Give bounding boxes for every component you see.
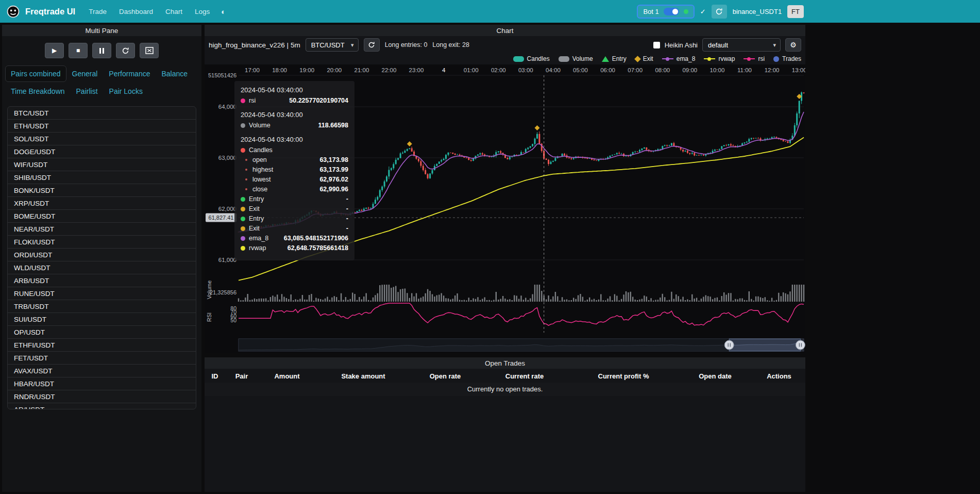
- bot-check-icon[interactable]: ✓: [700, 8, 706, 15]
- series-dot-icon: [245, 188, 247, 190]
- legend-item-exit[interactable]: Exit: [635, 55, 653, 62]
- user-avatar[interactable]: FT: [787, 5, 804, 18]
- tab-time-breakdown[interactable]: Time Breakdown: [5, 83, 71, 100]
- datazoom-handle-left[interactable]: [724, 340, 734, 350]
- svg-text:19:00: 19:00: [299, 67, 314, 73]
- tooltip-row: ema_863,085.948152171906: [241, 234, 348, 242]
- pair-list-item[interactable]: TRB/USDT: [8, 300, 196, 313]
- bot-selector[interactable]: Bot 1: [637, 5, 694, 19]
- pair-select[interactable]: BTC/USDT ▾: [306, 38, 359, 52]
- bot-toggle[interactable]: [664, 8, 679, 15]
- series-dot-icon: [241, 226, 245, 231]
- brand[interactable]: Freqtrade UI: [6, 5, 75, 19]
- pair-list-item[interactable]: BOME/USDT: [8, 210, 196, 223]
- plot-settings-button[interactable]: ⚙: [785, 38, 801, 52]
- svg-text:03:00: 03:00: [518, 67, 533, 73]
- column-header-current-profit-[interactable]: Current profit %: [569, 369, 678, 383]
- long-exits-label: Long exit: 28: [432, 41, 469, 48]
- reload-config-button[interactable]: [116, 43, 135, 58]
- pair-list-item[interactable]: AR/USDT: [8, 403, 196, 409]
- start-bot-button[interactable]: ▶: [45, 43, 64, 58]
- tab-pair-locks[interactable]: Pair Locks: [104, 83, 148, 100]
- tab-pairlist[interactable]: Pairlist: [71, 83, 104, 100]
- svg-text:11:00: 11:00: [737, 67, 752, 73]
- multi-pane-header: Multi Pane: [2, 25, 201, 36]
- nav-item-trade[interactable]: Trade: [89, 8, 107, 15]
- heikin-ashi-label: Heikin Ashi: [665, 41, 698, 49]
- datazoom-window[interactable]: [729, 339, 800, 351]
- legend-item-entry[interactable]: Entry: [602, 55, 627, 62]
- tab-general[interactable]: General: [66, 65, 104, 82]
- refresh-icon: [122, 47, 129, 55]
- legend-item-ema_8[interactable]: ema_8: [662, 55, 696, 62]
- stop-bot-button[interactable]: ■: [69, 43, 88, 58]
- chart-toolbar-right: Heikin Ashi default ▾ ⚙: [653, 38, 801, 52]
- pair-list-item[interactable]: XRP/USDT: [8, 197, 196, 210]
- navbar: Freqtrade UI TradeDashboardChartLogs ◐ B…: [0, 0, 980, 23]
- pause-bot-button[interactable]: [92, 43, 111, 58]
- tab-balance[interactable]: Balance: [156, 65, 193, 82]
- svg-text:10:00: 10:00: [710, 67, 725, 73]
- forceexit-button[interactable]: [140, 43, 159, 58]
- datazoom-handle-right[interactable]: [796, 340, 805, 350]
- right-column: Chart high_frog_binance_v226 | 5m BTC/US…: [205, 25, 805, 492]
- exchange-account-label: binance_USDT1: [733, 8, 782, 15]
- pair-list-item[interactable]: SOL/USDT: [8, 133, 196, 145]
- column-header-id[interactable]: ID: [205, 369, 225, 383]
- plot-config-select[interactable]: default ▾: [702, 38, 781, 52]
- legend-item-trades[interactable]: Trades: [773, 55, 801, 62]
- pair-list-item[interactable]: SUI/USDT: [8, 313, 196, 326]
- nav-item-dashboard[interactable]: Dashboard: [119, 8, 153, 15]
- reload-bot-button[interactable]: [712, 5, 727, 19]
- pair-list-item[interactable]: ETHFI/USDT: [8, 339, 196, 352]
- pair-list-item[interactable]: ARB/USDT: [8, 274, 196, 287]
- column-header-open-date[interactable]: Open date: [678, 369, 753, 383]
- pair-list: BTC/USDTETH/USDTSOL/USDTDOGE/USDTWIF/USD…: [7, 106, 196, 409]
- pair-list-item[interactable]: FET/USDT: [8, 352, 196, 365]
- chart-reload-button[interactable]: [364, 38, 380, 52]
- column-header-amount[interactable]: Amount: [258, 369, 316, 383]
- pair-list-item[interactable]: BTC/USDT: [8, 107, 196, 120]
- pause-icon: [99, 48, 104, 54]
- pair-list-item[interactable]: WLD/USDT: [8, 261, 196, 274]
- svg-text:18:00: 18:00: [272, 67, 287, 73]
- pair-list-item[interactable]: NEAR/USDT: [8, 223, 196, 236]
- column-header-actions[interactable]: Actions: [753, 369, 805, 383]
- series-dot-icon: [245, 159, 247, 161]
- tab-pairs-combined[interactable]: Pairs combined: [5, 65, 66, 82]
- pair-list-item[interactable]: SHIB/USDT: [8, 171, 196, 184]
- pair-list-item[interactable]: AVAX/USDT: [8, 365, 196, 377]
- pair-list-item[interactable]: BONK/USDT: [8, 184, 196, 197]
- svg-text:17:00: 17:00: [245, 67, 260, 73]
- nav-item-chart[interactable]: Chart: [165, 8, 182, 15]
- tab-performance[interactable]: Performance: [103, 65, 156, 82]
- legend-item-volume[interactable]: Volume: [559, 55, 593, 62]
- pair-list-item[interactable]: FLOKI/USDT: [8, 236, 196, 249]
- open-trades-title: Open Trades: [485, 359, 525, 367]
- column-header-pair[interactable]: Pair: [225, 369, 258, 383]
- column-header-stake-amount[interactable]: Stake amount: [316, 369, 411, 383]
- pair-list-item[interactable]: WIF/USDT: [8, 158, 196, 171]
- tooltip-row: highest63,173.99: [241, 166, 348, 174]
- pair-list-item[interactable]: ETH/USDT: [8, 120, 196, 133]
- theme-toggle-icon[interactable]: ◐: [221, 7, 226, 16]
- multi-pane-tabs: Pairs combinedGeneralPerformanceBalanceT…: [2, 63, 201, 102]
- entry-marker-icon: [602, 56, 609, 62]
- brand-title: Freqtrade UI: [25, 7, 75, 17]
- legend-item-candles[interactable]: Candles: [513, 55, 550, 62]
- legend-item-rsi[interactable]: rsi: [744, 55, 765, 62]
- svg-text:23:00: 23:00: [409, 67, 424, 73]
- gear-icon: ⚙: [790, 41, 797, 49]
- pair-list-item[interactable]: ORDI/USDT: [8, 249, 196, 261]
- legend-item-rvwap[interactable]: rvwap: [704, 55, 735, 62]
- column-header-open-rate[interactable]: Open rate: [411, 369, 480, 383]
- pair-list-item[interactable]: HBAR/USDT: [8, 377, 196, 390]
- nav-item-logs[interactable]: Logs: [195, 8, 210, 15]
- svg-text:RSI: RSI: [206, 312, 212, 322]
- pair-list-item[interactable]: OP/USDT: [8, 326, 196, 339]
- column-header-current-rate[interactable]: Current rate: [480, 369, 569, 383]
- pair-list-item[interactable]: RUNE/USDT: [8, 287, 196, 300]
- pair-list-item[interactable]: DOGE/USDT: [8, 145, 196, 158]
- pair-list-item[interactable]: RNDR/USDT: [8, 390, 196, 403]
- heikin-ashi-checkbox[interactable]: [653, 42, 660, 48]
